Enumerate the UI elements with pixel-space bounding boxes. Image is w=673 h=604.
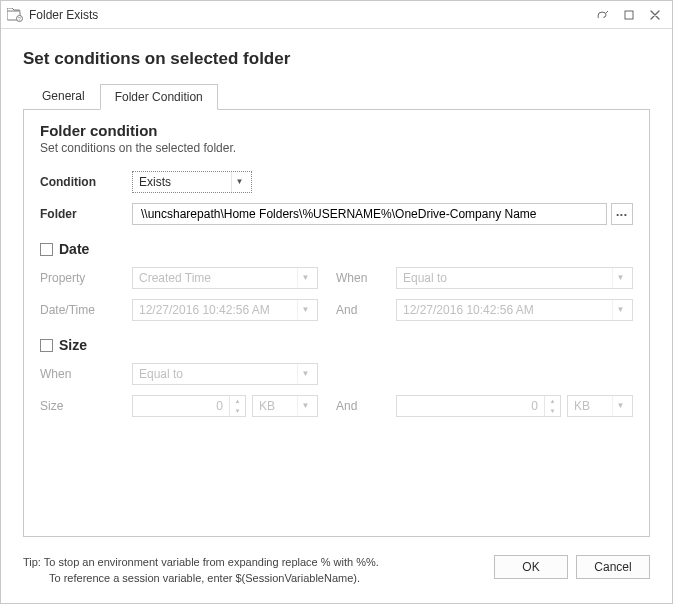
- size-when-value: Equal to: [139, 367, 293, 381]
- chevron-down-icon: ▼: [297, 300, 313, 320]
- tab-folder-condition[interactable]: Folder Condition: [100, 84, 218, 110]
- help-icon[interactable]: [592, 6, 614, 24]
- datetime-and-value: 12/27/2016 10:42:56 AM: [403, 303, 608, 317]
- content-area: Set conditions on selected folder Genera…: [1, 29, 672, 547]
- tab-general[interactable]: General: [27, 83, 100, 109]
- chevron-down-icon: ▼: [297, 364, 313, 384]
- titlebar: ? Folder Exists: [1, 1, 672, 29]
- window-root: ? Folder Exists Set conditions on select…: [0, 0, 673, 604]
- size-group-toggle[interactable]: Size: [40, 337, 633, 353]
- folder-input[interactable]: [132, 203, 607, 225]
- tab-panel-folder-condition: Folder condition Set conditions on the s…: [23, 109, 650, 537]
- property-combo: Created Time ▼: [132, 267, 318, 289]
- label-and-date: And: [336, 303, 388, 317]
- size-and-value: 0: [397, 399, 544, 413]
- size-and-input: 0 ▲▼: [396, 395, 561, 417]
- chevron-down-icon: ▼: [297, 396, 313, 416]
- size-group-title: Size: [59, 337, 87, 353]
- tab-strip: General Folder Condition: [23, 83, 650, 109]
- size-checkbox[interactable]: [40, 339, 53, 352]
- date-group-title: Date: [59, 241, 89, 257]
- size-and-unit-value: KB: [574, 399, 608, 413]
- size-input: 0 ▲▼: [132, 395, 246, 417]
- tip-line2: To reference a session variable, enter $…: [49, 572, 360, 584]
- label-condition: Condition: [40, 175, 132, 189]
- date-when-combo: Equal to ▼: [396, 267, 633, 289]
- property-value: Created Time: [139, 271, 293, 285]
- size-when-combo: Equal to ▼: [132, 363, 318, 385]
- date-group-body: Property Created Time ▼ When Equal to ▼ …: [40, 267, 633, 321]
- chevron-down-icon: ▼: [612, 268, 628, 288]
- row-folder: Folder •••: [40, 203, 633, 225]
- close-icon[interactable]: [644, 6, 666, 24]
- row-condition: Condition Exists ▼: [40, 171, 633, 193]
- chevron-down-icon: ▼: [231, 172, 247, 192]
- condition-value: Exists: [139, 175, 227, 189]
- datetime-value: 12/27/2016 10:42:56 AM: [139, 303, 293, 317]
- panel-title: Folder condition: [40, 122, 633, 139]
- ok-button[interactable]: OK: [494, 555, 568, 579]
- date-checkbox[interactable]: [40, 243, 53, 256]
- label-size: Size: [40, 399, 132, 413]
- label-and-size: And: [336, 399, 388, 413]
- folder-input-field[interactable]: [139, 206, 600, 222]
- chevron-down-icon: ▼: [297, 268, 313, 288]
- panel-subtitle: Set conditions on the selected folder.: [40, 141, 633, 155]
- svg-rect-3: [625, 11, 633, 19]
- condition-combo[interactable]: Exists ▼: [132, 171, 252, 193]
- label-folder: Folder: [40, 207, 132, 221]
- tip-line1: Tip: To stop an environment variable fro…: [23, 556, 379, 568]
- label-when: When: [336, 271, 388, 285]
- tip-text: Tip: To stop an environment variable fro…: [23, 555, 486, 587]
- label-datetime: Date/Time: [40, 303, 132, 317]
- svg-text:?: ?: [18, 16, 21, 22]
- spinner-icon: ▲▼: [229, 396, 245, 416]
- date-group-toggle[interactable]: Date: [40, 241, 633, 257]
- browse-button[interactable]: •••: [611, 203, 633, 225]
- datetime-and-combo: 12/27/2016 10:42:56 AM ▼: [396, 299, 633, 321]
- label-size-when: When: [40, 367, 132, 381]
- datetime-combo: 12/27/2016 10:42:56 AM ▼: [132, 299, 318, 321]
- window-title: Folder Exists: [29, 8, 98, 22]
- footer: Tip: To stop an environment variable fro…: [1, 547, 672, 603]
- size-unit-combo: KB ▼: [252, 395, 318, 417]
- spinner-icon: ▲▼: [544, 396, 560, 416]
- page-heading: Set conditions on selected folder: [23, 49, 650, 69]
- size-and-unit-combo: KB ▼: [567, 395, 633, 417]
- date-when-value: Equal to: [403, 271, 608, 285]
- size-group-body: When Equal to ▼ Size 0 ▲▼ KB ▼: [40, 363, 633, 417]
- size-value: 0: [133, 399, 229, 413]
- cancel-button[interactable]: Cancel: [576, 555, 650, 579]
- label-property: Property: [40, 271, 132, 285]
- chevron-down-icon: ▼: [612, 300, 628, 320]
- maximize-icon[interactable]: [618, 6, 640, 24]
- chevron-down-icon: ▼: [612, 396, 628, 416]
- folder-exists-icon: ?: [7, 8, 23, 22]
- size-unit-value: KB: [259, 399, 293, 413]
